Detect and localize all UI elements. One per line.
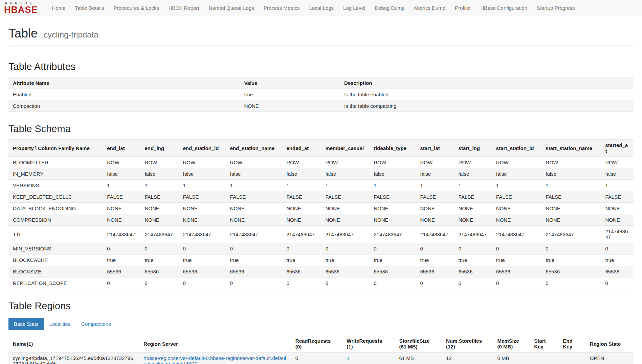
- attribute-cell: Enabled: [8, 89, 240, 100]
- column-header-family: ended_at: [282, 140, 321, 157]
- table-regions-heading: Table Regions: [8, 300, 634, 312]
- region-write-requests-cell: 1: [342, 353, 395, 364]
- attribute-cell: NONE: [240, 100, 340, 112]
- page-header: Table cycling-tripdata: [8, 26, 634, 46]
- schema-value-cell: true: [416, 254, 454, 266]
- navbar-item: Log Level: [338, 0, 370, 16]
- attribute-cell: true: [240, 89, 340, 100]
- schema-property-cell: BLOCKCACHE: [8, 254, 103, 266]
- schema-value-cell: NONE: [541, 203, 601, 214]
- column-header-sortable[interactable]: Name(1): [8, 335, 139, 353]
- schema-value-cell: ROW: [140, 157, 178, 168]
- navbar-link-home[interactable]: Home: [47, 0, 70, 16]
- schema-value-cell: 1: [454, 180, 492, 191]
- schema-value-cell: false: [492, 168, 541, 180]
- column-header-sortable[interactable]: Num.Storefiles (12): [442, 335, 493, 353]
- navbar-link-profiler[interactable]: Profiler: [450, 0, 476, 16]
- schema-value-cell: true: [282, 254, 321, 266]
- column-header-sortable[interactable]: StorefileSize (61 MB): [395, 335, 442, 353]
- page-title: Table cycling-tripdata: [8, 26, 634, 41]
- schema-value-cell: 1: [179, 180, 226, 191]
- navbar-link-debug-dump[interactable]: Debug Dump: [370, 0, 409, 16]
- column-header: Description: [340, 77, 634, 89]
- region-tab-link[interactable]: Compactions: [76, 318, 116, 330]
- schema-value-cell: 2147483647: [103, 226, 140, 243]
- region-end-key-cell: [558, 353, 585, 364]
- schema-value-cell: NONE: [282, 214, 321, 226]
- region-tab-link[interactable]: Localities: [44, 318, 76, 330]
- column-header-label: Start Key: [534, 338, 553, 349]
- region-storefile-size-cell: 61 MB: [395, 353, 442, 364]
- region-tab-localities: Localities: [44, 318, 76, 330]
- schema-value-cell: 2147483647: [282, 226, 321, 243]
- navbar-link-procedures-locks[interactable]: Procedures & Locks: [109, 0, 163, 16]
- attribute-cell: Compaction: [8, 100, 240, 112]
- schema-value-cell: NONE: [103, 203, 140, 214]
- region-tab-link[interactable]: Base Stats: [8, 318, 44, 330]
- region-mem-size-cell: 0 MB: [493, 353, 530, 364]
- navbar-link-hbck-report[interactable]: HBCK Report: [164, 0, 204, 16]
- schema-value-cell: 2147483647: [369, 226, 416, 243]
- column-header-family: rideable_type: [369, 140, 416, 157]
- base-stats-pane: Name(1)Region ServerReadRequests (0)Writ…: [8, 335, 634, 364]
- schema-value-cell: false: [103, 168, 140, 180]
- schema-value-cell: 0: [321, 243, 369, 254]
- region-name-cell: cycling-tripdata,,1719475156245.e95d0a13…: [8, 353, 139, 364]
- column-header-sortable[interactable]: Region Server: [139, 335, 291, 353]
- schema-value-cell: NONE: [454, 214, 492, 226]
- schema-value-cell: FALSE: [103, 191, 140, 203]
- schema-value-cell: true: [492, 254, 541, 266]
- hbase-logo[interactable]: APACHE HBASE: [4, 1, 38, 15]
- schema-value-cell: ROW: [416, 157, 454, 168]
- schema-value-cell: FALSE: [601, 191, 634, 203]
- column-header-family: started_at: [601, 140, 634, 157]
- column-header-sortable[interactable]: ReadRequests (0): [291, 335, 342, 353]
- navbar-link-table-details[interactable]: Table Details: [70, 0, 109, 16]
- navbar-link-startup-progress[interactable]: Startup Progress: [532, 0, 580, 16]
- region-server-link[interactable]: hbase-regionserver-default-0.hbase-regio…: [143, 355, 286, 364]
- navbar-link-metrics-dump[interactable]: Metrics Dump: [409, 0, 450, 16]
- schema-value-cell: FALSE: [179, 191, 226, 203]
- schema-value-cell: 65536: [601, 266, 634, 277]
- schema-value-cell: NONE: [601, 203, 634, 214]
- navbar-link-named-queue-logs[interactable]: Named Queue Logs: [204, 0, 259, 16]
- schema-value-cell: ROW: [321, 157, 369, 168]
- navbar-link-local-logs[interactable]: Local Logs: [304, 0, 338, 16]
- table-row: VERSIONS111111111111: [8, 180, 634, 191]
- column-header-sortable[interactable]: Start Key: [530, 335, 558, 353]
- column-header-sortable[interactable]: WriteRequests (1): [342, 335, 395, 353]
- region-start-key-cell: [530, 353, 558, 364]
- schema-value-cell: ROW: [541, 157, 601, 168]
- schema-value-cell: 65536: [321, 266, 369, 277]
- table-row: IN_MEMORYfalsefalsefalsefalsefalsefalsef…: [8, 168, 634, 180]
- navbar-link-hbase-configuration[interactable]: HBase Configuration: [476, 0, 532, 16]
- navbar-item: Profiler: [450, 0, 476, 16]
- column-header-label: End Key: [563, 338, 579, 349]
- schema-value-cell: 0: [226, 243, 282, 254]
- column-header-sortable[interactable]: MemSize (0 MB): [493, 335, 530, 353]
- schema-value-cell: 0: [140, 243, 178, 254]
- schema-value-cell: true: [226, 254, 282, 266]
- table-row: COMPRESSIONNONENONENONENONENONENONENONEN…: [8, 214, 634, 226]
- navbar-link-log-level[interactable]: Log Level: [338, 0, 370, 16]
- schema-value-cell: 0: [321, 277, 369, 289]
- schema-value-cell: 0: [369, 277, 416, 289]
- navbar-link-process-metrics[interactable]: Process Metrics: [259, 0, 305, 16]
- schema-value-cell: 65536: [140, 266, 178, 277]
- schema-value-cell: FALSE: [369, 191, 416, 203]
- schema-value-cell: NONE: [140, 203, 178, 214]
- schema-value-cell: FALSE: [416, 191, 454, 203]
- schema-value-cell: 2147483647: [226, 226, 282, 243]
- schema-value-cell: false: [541, 168, 601, 180]
- schema-value-cell: 0: [416, 277, 454, 289]
- column-header-sortable[interactable]: Region State: [585, 335, 634, 353]
- column-header-family: start_lng: [454, 140, 492, 157]
- schema-value-cell: true: [140, 254, 178, 266]
- column-header-sortable[interactable]: End Key: [558, 335, 585, 353]
- schema-value-cell: 1: [103, 180, 140, 191]
- schema-value-cell: 2147483647: [140, 226, 178, 243]
- schema-value-cell: ROW: [282, 157, 321, 168]
- column-header-family: start_station_name: [541, 140, 601, 157]
- schema-value-cell: ROW: [454, 157, 492, 168]
- schema-value-cell: 2147483647: [416, 226, 454, 243]
